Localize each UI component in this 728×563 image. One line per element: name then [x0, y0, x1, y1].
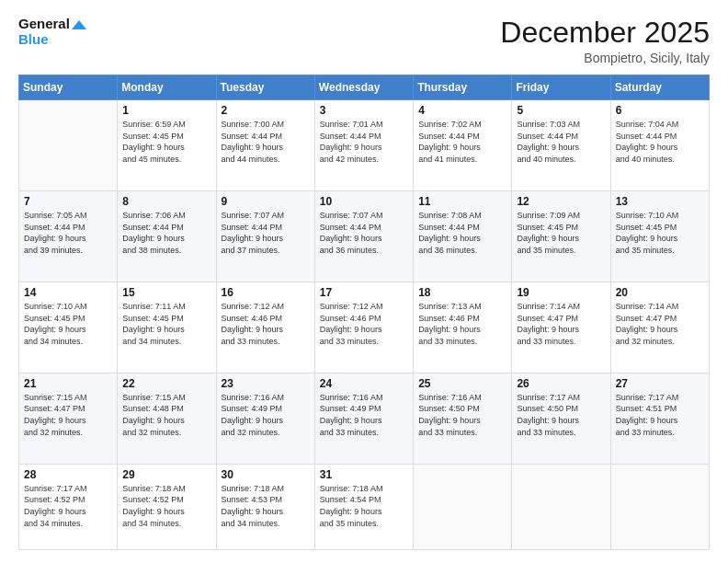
calendar-cell: 9Sunrise: 7:07 AM Sunset: 4:44 PM Daylig… [216, 191, 314, 282]
calendar-cell: 11Sunrise: 7:08 AM Sunset: 4:44 PM Dayli… [414, 191, 512, 282]
header-thursday: Thursday [414, 75, 512, 100]
title-block: December 2025 Bompietro, Sicily, Italy [500, 17, 710, 65]
calendar-cell: 7Sunrise: 7:05 AM Sunset: 4:44 PM Daylig… [19, 191, 118, 282]
day-number: 19 [517, 286, 605, 299]
calendar-cell [414, 464, 512, 549]
day-info: Sunrise: 7:16 AM Sunset: 4:50 PM Dayligh… [418, 392, 506, 438]
day-number: 23 [222, 377, 310, 390]
day-number: 13 [616, 195, 704, 208]
calendar-cell: 4Sunrise: 7:02 AM Sunset: 4:44 PM Daylig… [414, 100, 512, 191]
calendar-cell: 14Sunrise: 7:10 AM Sunset: 4:45 PM Dayli… [19, 282, 118, 373]
day-info: Sunrise: 7:14 AM Sunset: 4:47 PM Dayligh… [616, 301, 704, 347]
day-number: 5 [517, 104, 605, 117]
calendar-cell: 26Sunrise: 7:17 AM Sunset: 4:50 PM Dayli… [512, 373, 610, 464]
day-number: 20 [616, 286, 704, 299]
calendar-cell: 2Sunrise: 7:00 AM Sunset: 4:44 PM Daylig… [216, 100, 314, 191]
header-monday: Monday [118, 75, 216, 100]
calendar: SundayMondayTuesdayWednesdayThursdayFrid… [18, 75, 710, 550]
header-tuesday: Tuesday [216, 75, 314, 100]
calendar-header-row: SundayMondayTuesdayWednesdayThursdayFrid… [19, 75, 710, 100]
day-info: Sunrise: 7:11 AM Sunset: 4:45 PM Dayligh… [122, 301, 210, 347]
day-info: Sunrise: 7:05 AM Sunset: 4:44 PM Dayligh… [24, 210, 112, 256]
day-number: 9 [222, 195, 310, 208]
day-number: 26 [517, 377, 605, 390]
day-number: 28 [24, 468, 112, 481]
calendar-cell: 5Sunrise: 7:03 AM Sunset: 4:44 PM Daylig… [512, 100, 610, 191]
day-info: Sunrise: 7:16 AM Sunset: 4:49 PM Dayligh… [320, 392, 408, 438]
calendar-cell: 31Sunrise: 7:18 AM Sunset: 4:54 PM Dayli… [314, 464, 413, 549]
logo-text: General Blue [18, 17, 86, 47]
header-saturday: Saturday [610, 75, 709, 100]
day-info: Sunrise: 7:00 AM Sunset: 4:44 PM Dayligh… [222, 119, 310, 165]
day-info: Sunrise: 7:17 AM Sunset: 4:50 PM Dayligh… [517, 392, 605, 438]
calendar-cell: 16Sunrise: 7:12 AM Sunset: 4:46 PM Dayli… [216, 282, 314, 373]
month-title: December 2025 [500, 17, 710, 49]
calendar-cell: 23Sunrise: 7:16 AM Sunset: 4:49 PM Dayli… [216, 373, 314, 464]
day-info: Sunrise: 7:12 AM Sunset: 4:46 PM Dayligh… [320, 301, 408, 347]
day-info: Sunrise: 7:03 AM Sunset: 4:44 PM Dayligh… [517, 119, 605, 165]
calendar-cell: 28Sunrise: 7:17 AM Sunset: 4:52 PM Dayli… [19, 464, 118, 549]
day-info: Sunrise: 7:07 AM Sunset: 4:44 PM Dayligh… [222, 210, 310, 256]
day-info: Sunrise: 7:10 AM Sunset: 4:45 PM Dayligh… [24, 301, 112, 347]
day-info: Sunrise: 7:15 AM Sunset: 4:47 PM Dayligh… [24, 392, 112, 438]
day-number: 16 [222, 286, 310, 299]
day-info: Sunrise: 7:17 AM Sunset: 4:51 PM Dayligh… [616, 392, 704, 438]
calendar-cell: 22Sunrise: 7:15 AM Sunset: 4:48 PM Dayli… [118, 373, 216, 464]
day-info: Sunrise: 7:07 AM Sunset: 4:44 PM Dayligh… [320, 210, 408, 256]
calendar-cell: 15Sunrise: 7:11 AM Sunset: 4:45 PM Dayli… [118, 282, 216, 373]
day-info: Sunrise: 7:18 AM Sunset: 4:54 PM Dayligh… [320, 483, 408, 529]
calendar-cell: 24Sunrise: 7:16 AM Sunset: 4:49 PM Dayli… [314, 373, 413, 464]
day-info: Sunrise: 7:06 AM Sunset: 4:44 PM Dayligh… [122, 210, 210, 256]
day-number: 7 [24, 195, 112, 208]
day-number: 31 [320, 468, 408, 481]
day-number: 29 [122, 468, 210, 481]
calendar-body: 1Sunrise: 6:59 AM Sunset: 4:45 PM Daylig… [19, 100, 710, 550]
calendar-cell: 25Sunrise: 7:16 AM Sunset: 4:50 PM Dayli… [414, 373, 512, 464]
day-info: Sunrise: 7:12 AM Sunset: 4:46 PM Dayligh… [222, 301, 310, 347]
calendar-cell [512, 464, 610, 549]
day-number: 4 [418, 104, 506, 117]
day-number: 24 [320, 377, 408, 390]
day-number: 10 [320, 195, 408, 208]
calendar-cell: 19Sunrise: 7:14 AM Sunset: 4:47 PM Dayli… [512, 282, 610, 373]
calendar-cell: 20Sunrise: 7:14 AM Sunset: 4:47 PM Dayli… [610, 282, 709, 373]
day-number: 18 [418, 286, 506, 299]
calendar-cell: 29Sunrise: 7:18 AM Sunset: 4:52 PM Dayli… [118, 464, 216, 549]
calendar-cell: 13Sunrise: 7:10 AM Sunset: 4:45 PM Dayli… [610, 191, 709, 282]
day-info: Sunrise: 7:18 AM Sunset: 4:52 PM Dayligh… [122, 483, 210, 529]
header-sunday: Sunday [19, 75, 118, 100]
calendar-cell: 17Sunrise: 7:12 AM Sunset: 4:46 PM Dayli… [314, 282, 413, 373]
calendar-cell: 8Sunrise: 7:06 AM Sunset: 4:44 PM Daylig… [118, 191, 216, 282]
day-number: 2 [222, 104, 310, 117]
location: Bompietro, Sicily, Italy [500, 51, 710, 65]
calendar-cell: 6Sunrise: 7:04 AM Sunset: 4:44 PM Daylig… [610, 100, 709, 191]
day-info: Sunrise: 7:02 AM Sunset: 4:44 PM Dayligh… [418, 119, 506, 165]
day-info: Sunrise: 7:13 AM Sunset: 4:46 PM Dayligh… [418, 301, 506, 347]
calendar-cell: 21Sunrise: 7:15 AM Sunset: 4:47 PM Dayli… [19, 373, 118, 464]
day-number: 30 [222, 468, 310, 481]
day-number: 14 [24, 286, 112, 299]
day-number: 12 [517, 195, 605, 208]
day-info: Sunrise: 7:18 AM Sunset: 4:53 PM Dayligh… [222, 483, 310, 529]
day-number: 25 [418, 377, 506, 390]
day-number: 6 [616, 104, 704, 117]
day-number: 17 [320, 286, 408, 299]
day-info: Sunrise: 7:01 AM Sunset: 4:44 PM Dayligh… [320, 119, 408, 165]
day-number: 22 [122, 377, 210, 390]
day-info: Sunrise: 7:14 AM Sunset: 4:47 PM Dayligh… [517, 301, 605, 347]
day-info: Sunrise: 6:59 AM Sunset: 4:45 PM Dayligh… [122, 119, 210, 165]
page: General Blue December 2025 Bompietro, Si… [0, 0, 728, 563]
calendar-cell [610, 464, 709, 549]
header: General Blue December 2025 Bompietro, Si… [18, 17, 710, 65]
day-number: 1 [122, 104, 210, 117]
day-info: Sunrise: 7:17 AM Sunset: 4:52 PM Dayligh… [24, 483, 112, 529]
day-number: 27 [616, 377, 704, 390]
day-info: Sunrise: 7:15 AM Sunset: 4:48 PM Dayligh… [122, 392, 210, 438]
calendar-cell: 18Sunrise: 7:13 AM Sunset: 4:46 PM Dayli… [414, 282, 512, 373]
day-info: Sunrise: 7:04 AM Sunset: 4:44 PM Dayligh… [616, 119, 704, 165]
day-info: Sunrise: 7:09 AM Sunset: 4:45 PM Dayligh… [517, 210, 605, 256]
header-friday: Friday [512, 75, 610, 100]
calendar-cell: 27Sunrise: 7:17 AM Sunset: 4:51 PM Dayli… [610, 373, 709, 464]
day-number: 15 [122, 286, 210, 299]
day-number: 11 [418, 195, 506, 208]
